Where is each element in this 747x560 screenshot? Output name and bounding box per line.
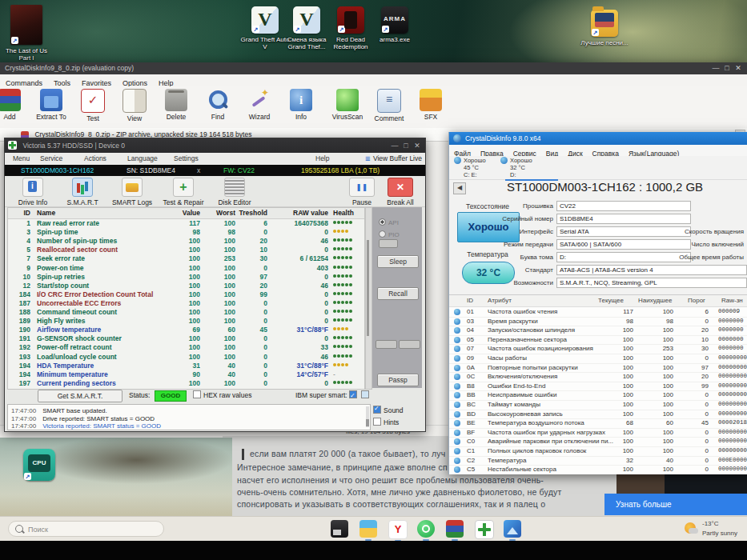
victoria-toolbar-diskeditor[interactable]: Disk Editor <box>210 178 259 206</box>
pio-radio[interactable]: PIO <box>379 226 400 240</box>
victoria-toolbar-driveinfo[interactable]: Drive Info <box>8 178 58 206</box>
taskbar-icon-victoria[interactable] <box>475 520 494 539</box>
desktop-icon-cpu[interactable]: ↗ <box>14 449 64 481</box>
hex-raw-values-checkbox[interactable]: HEX raw values <box>193 390 251 402</box>
weather-widget[interactable]: -13°C Partly sunny <box>685 519 737 538</box>
desktop-icon-gtav2[interactable]: ↗Смена языка Grand Thef... <box>282 6 331 50</box>
close-button[interactable]: ✕ <box>733 62 744 74</box>
field-value[interactable]: ATA8-ACS | ATA8-ACS version 4 <box>556 265 747 275</box>
sleep-button[interactable]: Sleep <box>377 255 419 268</box>
menu-help[interactable]: Help <box>315 153 329 165</box>
taskbar-icon-darkapp[interactable] <box>331 520 348 538</box>
taskbar-icon-whatsapp[interactable] <box>417 520 435 538</box>
winrar-toolbar-sfx[interactable]: SFX <box>410 86 452 121</box>
learn-more-button[interactable]: Узнать больше <box>604 494 747 515</box>
recall-button[interactable]: Recall <box>377 287 419 300</box>
desktop-icon-rdr[interactable]: ↗Red Dead Redemption <box>326 6 376 50</box>
victoria-toolbar-smart[interactable]: S.M.A.R.T <box>58 178 107 206</box>
cdi-drive-tab[interactable]: Хорошо45 °CC: E: <box>454 157 500 178</box>
winrar-toolbar-delete[interactable]: Delete <box>155 86 197 121</box>
view-buffer-live-button[interactable]: View Buffer Live <box>365 153 422 165</box>
taskbar-icon-explorer[interactable] <box>359 520 377 538</box>
ad-video-thumbnail[interactable] <box>616 471 747 494</box>
maximize-button[interactable]: □ <box>400 138 412 153</box>
taskbar-icon-photos[interactable] <box>504 520 521 538</box>
field-value[interactable]: S.M.A.R.T., NCQ, Streaming, GPL <box>556 278 747 288</box>
field-value[interactable]: CV22 <box>556 201 691 211</box>
taskbar-icon-yandex[interactable] <box>388 520 408 539</box>
winrar-toolbar-add[interactable]: Add <box>0 86 30 121</box>
desktop-icon-arma[interactable]: ↗arma3.exe <box>370 6 420 43</box>
desktop-icon-folder-music[interactable]: ↗Лучшие песни... <box>580 10 629 46</box>
status-ball-icon <box>454 337 460 343</box>
winrar-caption-buttons[interactable]: —□✕ <box>710 62 744 74</box>
ibm-super-smart-checkboxes[interactable]: IBM super smart: <box>295 390 371 402</box>
victoria-titlebar[interactable]: Victoria 5.37 HDD/SSD | Device 0 —□✕ <box>5 138 425 153</box>
smart-row[interactable]: 190Airflow temperature69604531°C/88°F <box>8 326 364 334</box>
attr-worst: 253 <box>202 254 235 263</box>
winrar-toolbar-view[interactable]: View <box>114 86 155 122</box>
winrar-toolbar-info[interactable]: Info <box>280 86 322 121</box>
cdi-drive-tab[interactable]: Хорошо32 °CD: <box>500 157 547 178</box>
passp-button[interactable]: Passp <box>377 374 419 386</box>
cdi-attribute-table[interactable]: IDАтрибутТекущееНаихудшееПорогRaw-зн 01Ч… <box>449 294 747 474</box>
wizard-icon <box>248 89 271 111</box>
minimize-button[interactable]: — <box>389 138 400 153</box>
cdi-titlebar[interactable]: CrystalDiskInfo 9.8.0 x64 <box>449 132 747 145</box>
attr-id: 01 <box>467 307 483 317</box>
close-button[interactable]: ✕ <box>412 138 423 153</box>
victoria-toolbar-testrepair[interactable]: Test & Repair <box>159 178 208 206</box>
break-all-button[interactable]: Break All <box>383 178 418 206</box>
cdi-attr-row[interactable]: C5Нестабильные сектора1001000000000000 <box>449 465 747 474</box>
field-value[interactable]: S1DB8ME4 <box>556 214 691 224</box>
menu-actions[interactable]: Actions <box>84 153 106 165</box>
smart-row[interactable]: 3Spin-up time989800 <box>8 228 364 237</box>
smart-row[interactable]: 12Start/stop count1001002046 <box>8 282 364 290</box>
winrar-titlebar[interactable]: CrystalDiskInfo9_8_0.zip (evaluation cop… <box>0 62 747 74</box>
smart-row[interactable]: 10Spin-up retries100100970 <box>8 273 364 282</box>
hints-checkbox[interactable]: Hints <box>373 418 399 426</box>
cdi-back-button[interactable]: ◀ <box>453 182 466 194</box>
winrar-toolbar-find[interactable]: Find <box>197 86 239 121</box>
victoria-caption-buttons[interactable]: —□✕ <box>389 138 423 153</box>
victoria-toolbar-smartlogs[interactable]: SMART Logs <box>107 178 157 206</box>
get-smart-button[interactable]: Get S.M.A.R.T. <box>38 390 122 402</box>
smart-table-scrollbar[interactable] <box>365 207 372 390</box>
taskbar-icon-winrar[interactable] <box>446 520 464 538</box>
menu-service[interactable]: Service <box>40 153 62 165</box>
smart-row[interactable]: 194Minimum temperature9040014°C/57°F- <box>8 370 364 379</box>
pause-button[interactable]: Pause <box>344 178 380 206</box>
sound-checkbox[interactable]: Sound <box>373 406 404 414</box>
side-mini-button-1[interactable] <box>376 340 397 349</box>
winrar-toolbar-wizard[interactable]: Wizard <box>239 86 280 121</box>
victoria-log[interactable]: 17:47:00SMART base updated.17:47:00Drive… <box>7 404 371 430</box>
winrar-toolbar-virusscan[interactable]: VirusScan <box>327 86 368 121</box>
side-mini-button-2[interactable] <box>399 340 420 349</box>
smart-row[interactable]: 187Uncorrectable ECC Errors10010000 <box>8 299 364 308</box>
smart-table[interactable]: IDNameValueWorstTresholdRAW valueHealth … <box>7 207 365 390</box>
smart-row[interactable]: 5Reallocated sector count100100100 <box>8 246 364 254</box>
winrar-toolbar-extract[interactable]: Extract To <box>30 86 72 121</box>
menu-menu[interactable]: Menu <box>13 153 30 165</box>
smart-row[interactable]: 191G-SENSOR shock counter10010000 <box>8 334 364 343</box>
winrar-toolbar-test[interactable]: Test <box>72 86 114 122</box>
smart-row[interactable]: 188Command timeout count10010000 <box>8 308 364 317</box>
smart-row[interactable]: 193Load/unload cycle count100100046 <box>8 353 364 362</box>
smart-row[interactable]: 9Power-on time1001000403 <box>8 264 364 273</box>
smart-row[interactable]: 194HDA Temperature3140031°C/88°F <box>8 362 364 370</box>
minimize-button[interactable]: — <box>710 62 721 74</box>
smart-row[interactable]: 1Raw read error rate1171006164075368 <box>8 219 364 228</box>
menu-settings[interactable]: Settings <box>174 153 199 165</box>
maximize-button[interactable]: □ <box>721 62 733 74</box>
log-scrollbar[interactable] <box>366 406 369 427</box>
smart-row[interactable]: 7Seek error rate100253306 / 61254 <box>8 254 364 263</box>
smart-row[interactable]: 184I/O CRC Error Detection Count Total10… <box>8 290 364 299</box>
desktop-icon-lastofus[interactable]: ↗The Last of Us Part I <box>2 5 51 62</box>
smart-row[interactable]: 197Current pending sectors10010000 <box>8 379 364 388</box>
smart-row[interactable]: 189High Fly writes10010000 <box>8 317 364 326</box>
smart-row[interactable]: 192Power-off retract count100100033 <box>8 343 364 352</box>
winrar-toolbar-comment[interactable]: Comment <box>368 86 410 122</box>
smart-row[interactable]: 4Number of spin-up times1001002046 <box>8 237 364 246</box>
taskbar-search[interactable]: Поиск <box>8 521 164 537</box>
menu-language[interactable]: Language <box>127 153 158 165</box>
